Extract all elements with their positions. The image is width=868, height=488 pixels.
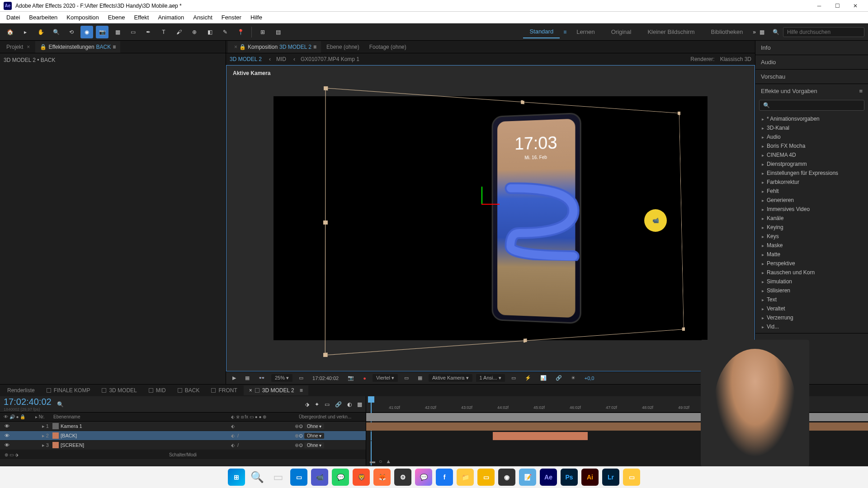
pickwhip-icon[interactable]: ⊙ [299, 442, 303, 448]
app-obs[interactable]: ◉ [497, 468, 516, 487]
exposure-value[interactable]: +0,0 [582, 375, 597, 382]
timeline-layer[interactable]: 👁▸ 1Kamera 1⬖⊕⊙ Ohne ▾ [0, 422, 366, 431]
effects-category[interactable]: ▸Audio [755, 132, 868, 141]
search-button[interactable]: 🔍 [248, 468, 267, 487]
resolution-icon[interactable]: ▭ [296, 374, 306, 382]
crumb-clip[interactable]: GX010707.MP4 Komp 1 [301, 56, 359, 62]
viewport[interactable]: Aktive Kamera 17:03 Mi. 16. Feb [226, 65, 755, 371]
render-icon[interactable]: ▶ [230, 374, 239, 382]
hand-tool[interactable]: ✋ [34, 26, 47, 38]
menu-komposition[interactable]: Komposition [62, 12, 104, 23]
grid-icon[interactable]: ▦ [242, 374, 252, 382]
tab-ebene[interactable]: Ebene (ohne) [322, 41, 364, 53]
start-button[interactable]: ⊞ [227, 468, 246, 487]
tl-footer-icon[interactable]: ⊕ ▭ ⬗ [5, 452, 19, 457]
fast-preview-icon[interactable]: ⚡ [522, 374, 534, 382]
expand-icon[interactable]: ▸ [42, 433, 45, 438]
effects-category[interactable]: ▸Fehlt [755, 187, 868, 196]
timeline-icon[interactable]: 📊 [538, 374, 549, 382]
app-firefox[interactable]: 🦊 [373, 468, 392, 487]
effects-category[interactable]: ▸Generieren [755, 196, 868, 205]
tl-tab-back[interactable]: BACK [172, 385, 205, 395]
effects-category[interactable]: ▸Dienstprogramm [755, 160, 868, 169]
exposure-icon[interactable]: ☀ [568, 374, 578, 382]
rectangle-tool[interactable]: ▭ [127, 26, 139, 38]
brush-tool[interactable]: 🖌 [173, 26, 185, 38]
effects-category[interactable]: ▸Vid... [755, 322, 868, 331]
task-view-button[interactable]: ▭ [269, 468, 288, 487]
effects-category[interactable]: ▸3D-Kanal [755, 123, 868, 132]
help-search-input[interactable] [783, 27, 864, 37]
tab-footage[interactable]: Footage (ohne) [365, 41, 411, 53]
app-unknown2[interactable]: ▭ [476, 468, 495, 487]
tl-tool-icon[interactable]: ✦ [315, 401, 319, 408]
effects-category[interactable]: ▸Immersives Video [755, 205, 868, 214]
app-unknown1[interactable]: ⚙ [393, 468, 412, 487]
zoom-in-icon[interactable]: ▲ [386, 458, 391, 465]
transparency-icon[interactable]: ▦ [415, 374, 425, 382]
snap-tool[interactable]: ⊞ [256, 26, 269, 38]
tl-tool-icon[interactable]: 🔗 [335, 401, 342, 408]
crumb-mid[interactable]: MID [276, 56, 286, 62]
pan-behind-tool[interactable]: ▦ [111, 26, 124, 38]
pickwhip-icon[interactable]: ⊙ [299, 433, 303, 438]
app-messenger[interactable]: 💬 [414, 468, 433, 487]
panel-info[interactable]: Info [755, 41, 868, 55]
menu-bearbeiten[interactable]: Bearbeiten [24, 12, 62, 23]
tl-tab-3dmodel2[interactable]: ×3D MODEL 2≡ [244, 385, 308, 395]
workspace-grid-icon[interactable]: ▦ [760, 29, 764, 35]
app-facebook[interactable]: f [435, 468, 454, 487]
col-name-header[interactable]: Ebenenname [53, 414, 231, 419]
channel-icon[interactable]: ● [360, 375, 369, 382]
expand-icon[interactable]: ▸ [42, 423, 45, 429]
effects-category[interactable]: ▸Simulation [755, 277, 868, 286]
views-dropdown[interactable]: 1 Ansi... ▾ [476, 374, 505, 382]
camera-tool[interactable]: 📷 [96, 26, 108, 38]
visibility-icon[interactable]: 👁 [4, 432, 10, 439]
app-teams[interactable]: 📹 [310, 468, 329, 487]
effects-category[interactable]: ▸Maske [755, 241, 868, 250]
clone-tool[interactable]: ⊕ [188, 26, 201, 38]
canvas[interactable]: 17:03 Mi. 16. Feb 📹 [274, 96, 708, 340]
effects-category[interactable]: ▸Kanäle [755, 214, 868, 223]
effects-search[interactable]: 🔍 [759, 100, 864, 111]
track-bar-screen[interactable] [493, 432, 588, 440]
workspace-lernen[interactable]: Lernen [570, 26, 601, 38]
snapshot-icon[interactable]: 📷 [345, 374, 357, 382]
home-tool[interactable]: 🏠 [4, 26, 16, 38]
app-photoshop[interactable]: Ps [560, 468, 579, 487]
menu-ansicht[interactable]: Ansicht [189, 12, 217, 23]
effects-category[interactable]: ▸* Animationsvorgaben [755, 114, 868, 123]
minimize-button[interactable]: ─ [810, 0, 828, 12]
pixel-aspect-icon[interactable]: ▭ [509, 374, 519, 382]
current-timecode[interactable]: 17:02:40:02 [4, 397, 52, 407]
app-unknown3[interactable]: ▭ [622, 468, 641, 487]
maximize-button[interactable]: ☐ [828, 0, 846, 12]
selection-tool[interactable]: ▸ [19, 26, 32, 38]
tab-menu-icon[interactable]: ≡ [113, 44, 116, 50]
app-brave[interactable]: 🦁 [352, 468, 371, 487]
zoom-slider[interactable]: ○ [379, 458, 382, 465]
panel-effekte[interactable]: Effekte und Vorgaben≡ [755, 84, 868, 98]
menu-ebene[interactable]: Ebene [104, 12, 130, 23]
col-parent-header[interactable]: Übergeordnet und verkn... [299, 414, 362, 419]
close-button[interactable]: ✕ [846, 0, 864, 12]
effects-category[interactable]: ▸Verzerrung [755, 313, 868, 322]
crumb-active[interactable]: 3D MODEL 2 [230, 56, 262, 62]
switches-modes-toggle[interactable]: Schalter/Modi [169, 452, 197, 457]
app-lightroom[interactable]: Lr [601, 468, 620, 487]
layer-name[interactable]: [SCREEN] [61, 442, 231, 448]
tl-tab-mid[interactable]: MID [143, 385, 171, 395]
roto-tool[interactable]: ✎ [219, 26, 231, 38]
roi-icon[interactable]: ▭ [401, 374, 411, 382]
parent-dropdown[interactable]: Ohne ▾ [304, 433, 324, 439]
menu-hilfe[interactable]: Hilfe [246, 12, 267, 23]
app-explorer[interactable]: ▭ [289, 468, 308, 487]
effects-category[interactable]: ▸Veraltet [755, 304, 868, 313]
eraser-tool[interactable]: ◧ [203, 26, 216, 38]
effects-category[interactable]: ▸Keying [755, 223, 868, 232]
tl-tool-icon[interactable]: ⬗ [305, 401, 309, 408]
effects-category[interactable]: ▸Matte [755, 250, 868, 259]
effects-category[interactable]: ▸Stilisieren [755, 286, 868, 295]
pen-tool[interactable]: ✒ [142, 26, 155, 38]
